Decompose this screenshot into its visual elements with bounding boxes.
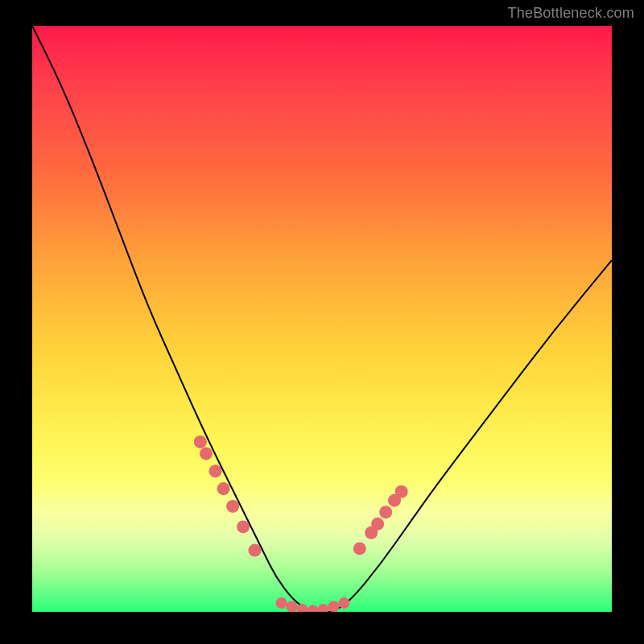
- watermark-text: TheBottleneck.com: [508, 5, 634, 22]
- marker-dot: [194, 436, 207, 448]
- marker-dot: [338, 597, 349, 609]
- left-marker-cluster: [194, 436, 262, 557]
- marker-dot: [307, 605, 318, 612]
- marker-dot: [395, 485, 408, 498]
- right-marker-cluster: [353, 485, 408, 555]
- marker-dot: [287, 601, 298, 612]
- marker-dot: [353, 542, 366, 555]
- marker-dot: [317, 604, 328, 612]
- marker-dot: [328, 601, 339, 612]
- marker-dot: [371, 518, 384, 530]
- marker-dot: [297, 604, 308, 612]
- bottleneck-curve: [32, 26, 612, 612]
- marker-dot: [276, 597, 287, 609]
- chart-frame: TheBottleneck.com: [0, 0, 644, 644]
- plot-area: [32, 26, 612, 612]
- marker-dot: [226, 500, 239, 513]
- marker-dot: [237, 520, 250, 533]
- marker-dot: [379, 506, 392, 518]
- marker-dot: [200, 447, 213, 460]
- marker-dot: [209, 464, 222, 477]
- curve-overlay: [32, 26, 612, 612]
- valley-marker-cluster: [276, 597, 350, 612]
- marker-dot: [217, 482, 230, 495]
- marker-dot: [248, 544, 261, 557]
